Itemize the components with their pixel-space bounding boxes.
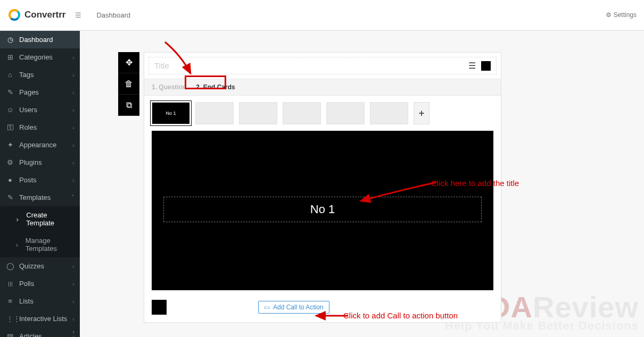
chevron-left-icon: ‹	[72, 72, 75, 78]
chevron-down-icon: ˅	[71, 194, 75, 201]
categories-icon: ⊞	[6, 53, 14, 61]
card-title-input[interactable]: No 1	[163, 197, 482, 222]
add-thumbnail-button[interactable]: +	[414, 102, 430, 124]
sidebar-item-tags[interactable]: ⌂Tags‹	[0, 66, 80, 83]
tab-question[interactable]: 1. Question	[152, 83, 186, 91]
lists-icon: ≡	[6, 297, 14, 305]
below-stage-row: ▭ Add Call to Action	[144, 296, 501, 322]
editor-panel: Title ☰ 1. Question 2. End Cards No 1 + …	[118, 52, 501, 323]
plus-icon: +	[419, 108, 425, 119]
brand-name: Convertrr	[24, 10, 65, 20]
sidebar-item-plugins[interactable]: ⚙Plugins‹	[0, 154, 80, 171]
sidebar-item-roles[interactable]: ⚿Roles‹	[0, 119, 80, 136]
settings-link[interactable]: ⚙ Settings	[606, 11, 637, 19]
sidebar-item-dashboard[interactable]: ◷Dashboard	[0, 31, 80, 48]
pages-icon: ✎	[6, 88, 14, 96]
chevron-right-icon: ›	[14, 241, 20, 249]
users-icon: ☺	[6, 106, 14, 114]
topbar: Convertrr ☰ Dashboard ⚙ Settings	[0, 0, 644, 31]
panel-titlebar: Title ☰	[148, 57, 497, 74]
tags-icon: ⌂	[6, 71, 14, 79]
hamburger-icon[interactable]: ☰	[75, 11, 81, 19]
chevron-right-icon: ›	[14, 215, 21, 223]
sidebar-item-polls[interactable]: ⫼Polls‹	[0, 275, 80, 292]
color-swatch-secondary[interactable]	[152, 300, 167, 315]
chevron-left-icon: ‹	[72, 124, 75, 131]
chevron-left-icon: ‹	[72, 316, 75, 322]
step-tabs: 1. Question 2. End Cards	[144, 79, 501, 96]
posts-icon: ●	[6, 176, 14, 184]
cta-icon: ▭	[264, 304, 270, 311]
title-input[interactable]: Title	[154, 61, 468, 70]
add-cta-button[interactable]: ▭ Add Call to Action	[258, 301, 329, 314]
settings-label: Settings	[614, 11, 637, 19]
interactive-lists-icon: ⋮⋮	[6, 315, 14, 323]
thumbnail-empty[interactable]	[326, 102, 365, 124]
sidebar-item-posts[interactable]: ●Posts‹	[0, 171, 80, 189]
sidebar-item-lists[interactable]: ≡Lists‹	[0, 292, 80, 310]
list-view-icon[interactable]: ☰	[468, 61, 476, 71]
color-swatch[interactable]	[481, 61, 491, 71]
sidebar-item-appearance[interactable]: ✦Appearance‹	[0, 136, 80, 154]
thumbnail-empty[interactable]	[239, 102, 277, 124]
chevron-left-icon: ‹	[72, 89, 75, 96]
chevron-left-icon: ‹	[72, 263, 75, 269]
chevron-left-icon: ‹	[72, 159, 75, 166]
thumbnail-1[interactable]: No 1	[152, 102, 190, 124]
dashboard-icon: ◷	[6, 36, 14, 44]
sidebar-item-pages[interactable]: ✎Pages‹	[0, 83, 80, 101]
sidebar-item-templates[interactable]: ✎Templates˅	[0, 189, 80, 206]
polls-icon: ⫼	[6, 280, 14, 288]
sidebar-collapse-icon[interactable]: ‹	[72, 328, 75, 335]
chevron-left-icon: ‹	[72, 177, 75, 183]
sidebar-item-articles[interactable]: ▤Articles‹	[0, 327, 80, 337]
sidebar: ◷Dashboard ⊞Categories‹ ⌂Tags‹ ✎Pages‹ ☺…	[0, 31, 80, 337]
sidebar-item-manage-templates[interactable]: ›Manage Templates	[0, 232, 80, 257]
roles-icon: ⚿	[6, 123, 14, 131]
chevron-left-icon: ‹	[72, 54, 75, 61]
chevron-left-icon: ‹	[72, 142, 75, 148]
templates-icon: ✎	[6, 193, 14, 201]
thumbnail-empty[interactable]	[195, 102, 234, 124]
appearance-icon: ✦	[6, 141, 14, 149]
breadcrumb: Dashboard	[96, 11, 130, 19]
chevron-left-icon: ‹	[72, 107, 75, 113]
thumbnail-empty[interactable]	[370, 102, 408, 124]
thumbnail-empty[interactable]	[283, 102, 321, 124]
logo-icon	[9, 9, 20, 21]
sidebar-item-interactive-lists[interactable]: ⋮⋮Interactive Lists‹	[0, 310, 80, 327]
sidebar-item-create-template[interactable]: ›Create Template	[0, 206, 80, 232]
plugins-icon: ⚙	[6, 158, 14, 166]
sidebar-item-users[interactable]: ☺Users‹	[0, 101, 80, 119]
thumbnail-row: No 1 +	[144, 96, 501, 131]
chevron-left-icon: ‹	[72, 298, 75, 305]
tab-end-cards[interactable]: 2. End Cards	[196, 83, 235, 91]
chevron-left-icon: ‹	[72, 281, 75, 287]
sidebar-item-quizzes[interactable]: ◯Quizzes‹	[0, 257, 80, 275]
gear-icon: ⚙	[606, 11, 612, 19]
main-area: HUDAReview Help You Make Better Decision…	[80, 31, 644, 337]
card-stage: No 1	[152, 131, 493, 290]
app-logo: Convertrr	[9, 9, 65, 21]
quizzes-icon: ◯	[6, 262, 14, 270]
articles-icon: ▤	[6, 332, 14, 337]
sidebar-item-categories[interactable]: ⊞Categories‹	[0, 48, 80, 66]
